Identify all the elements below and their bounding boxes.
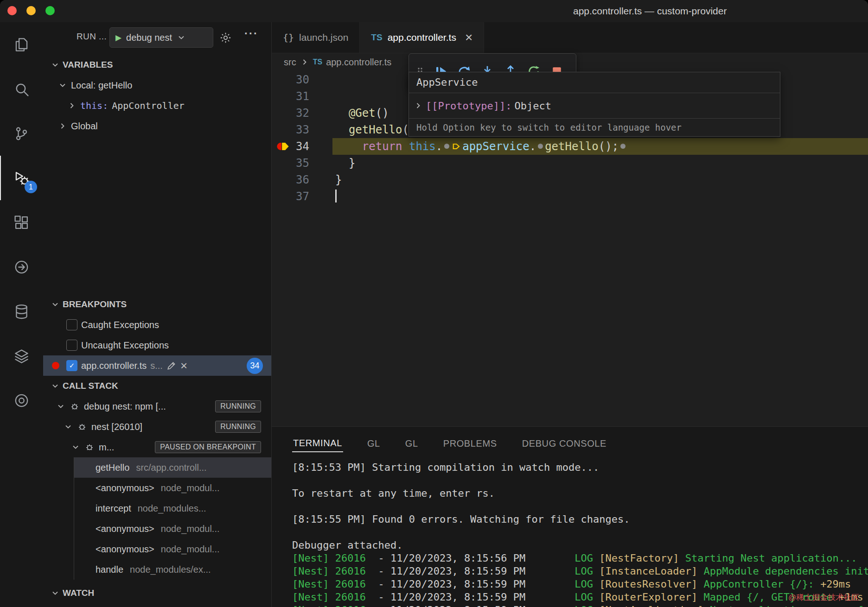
panel-tab-debug-console[interactable]: DEBUG CONSOLE [521,435,607,452]
line-number[interactable]: 36 [272,171,309,188]
terminal-line [292,526,868,539]
watch-section-header[interactable]: WATCH [43,583,271,603]
breakpoint-line-badge: 34 [247,358,263,374]
chevron-down-icon [177,33,186,42]
inline-breakpoint-dot[interactable] [538,144,543,149]
terminal-line [292,500,868,513]
more-actions-icon[interactable]: ··· [244,27,258,40]
activity-gitlens-icon[interactable] [0,378,43,423]
panel-tab-gl[interactable]: GL [404,435,419,452]
stack-frame-row[interactable]: <anonymous>node_modul... [74,478,271,498]
variable-value: AppController [112,100,185,111]
code-line-36[interactable]: 36} [272,171,868,188]
hover-prototype-row[interactable]: [[Prototype]]: Object [409,93,780,119]
chevron-right-icon [58,121,67,131]
panel-tab-terminal[interactable]: TERMINAL [292,434,343,452]
paused-breakpoint-icon[interactable] [275,139,291,154]
call-stack-section-header[interactable]: CALL STACK [43,376,271,396]
scope-global[interactable]: Global [43,116,271,136]
stack-frame-row[interactable]: interceptnode_modules... [74,498,271,518]
hover-hint: Hold Option key to switch to editor lang… [409,119,780,136]
variable-this[interactable]: this: AppController [43,95,271,116]
code-token [335,123,349,136]
debug-session-row[interactable]: debug nest: npm [...RUNNING [43,396,271,417]
scope-local[interactable]: Local: getHello [43,75,271,95]
activity-remote-icon[interactable] [0,245,43,289]
exception-checkbox[interactable] [66,319,77,330]
frame-source: node_modul... [161,524,220,534]
code-line-34[interactable]: 34 return this.appService.getHello(); [272,138,868,155]
minimize-window-button[interactable] [26,6,36,15]
terminal-line: [Nest] 26016 - 11/20/2023, 8:15:59 PM LO… [292,565,868,578]
line-number[interactable]: 33 [272,121,309,138]
inline-breakpoint-dot[interactable] [444,144,449,149]
debug-hover-tooltip: AppService [[Prototype]]: Object Hold Op… [408,72,780,137]
panel-tab-problems[interactable]: PROBLEMS [442,435,498,452]
remove-breakpoint-icon[interactable]: × [180,360,187,371]
terminal-line: [Nest] 26016 - 11/20/2023, 8:15:59 PM LO… [292,604,868,607]
activity-database-icon[interactable] [0,289,43,334]
edit-breakpoint-icon[interactable] [166,360,177,371]
close-window-button[interactable] [7,6,17,15]
code-token: } [335,173,342,186]
stack-frame-row[interactable]: getHellosrc/app.controll... [74,457,271,478]
line-number[interactable]: 32 [272,105,309,121]
debug-session-row[interactable]: nest [26010]RUNNING [43,417,271,437]
code-line-35[interactable]: 35 } [272,155,868,171]
line-number[interactable]: 37 [272,188,309,205]
activity-run-debug-icon[interactable]: 1 [0,156,43,200]
code-token: this [409,140,436,153]
activity-search-icon[interactable] [0,67,43,111]
chevron-right-icon [67,101,77,110]
variable-name: this: [80,100,108,111]
stack-frame-row[interactable]: handlenode_modules/ex... [74,559,271,580]
stack-frame-row[interactable]: <anonymous>node_modul... [74,518,271,539]
run-and-debug-sidebar: RUN ... ▶ debug nest ··· VARIABLES Local… [43,22,272,607]
activity-layers-icon[interactable] [0,334,43,378]
inline-breakpoint-dot[interactable] [620,144,625,149]
watch-section: WATCH [43,583,271,603]
debug-config-dropdown[interactable]: ▶ debug nest [109,27,213,48]
bottom-panel: TERMINALGLGLPROBLEMSDEBUG CONSOLE [8:15:… [272,426,868,607]
frame-name: <anonymous> [96,483,154,493]
panel-tab-gl[interactable]: GL [366,435,381,452]
chevron-down-icon [58,81,67,90]
debug-session-row[interactable]: m...PAUSED ON BREAKPOINT [43,437,271,457]
run-panel-title: RUN ... [77,32,107,42]
frame-source: node_modul... [161,544,220,555]
breakpoint-file-row[interactable]: ✓ app.controller.ts s... × 34 [43,355,271,376]
activity-bar: 1 [0,22,44,607]
variables-section-header[interactable]: VARIABLES [43,55,271,75]
stack-frame-row[interactable]: <anonymous>node_modul... [74,539,271,559]
scope-global-label: Global [71,121,98,132]
session-label: nest [26010] [91,422,142,432]
chevron-right-icon [414,101,423,110]
activity-source-control-icon[interactable] [0,111,43,156]
terminal-line: [Nest] 26016 - 11/20/2023, 8:15:56 PM LO… [292,552,868,565]
chevron-down-icon [51,381,60,391]
breakpoint-exception-row[interactable]: Caught Exceptions [43,315,271,335]
hover-prototype-value: Object [514,100,551,112]
code-line-37[interactable]: 37 [272,188,868,205]
start-debugging-icon[interactable]: ▶ [115,33,121,43]
code-token: ( [402,123,409,136]
frame-name: intercept [96,503,131,514]
breakpoints-section: BREAKPOINTS Caught ExceptionsUncaught Ex… [43,294,271,376]
session-status-badge: PAUSED ON BREAKPOINT [155,441,261,453]
line-number[interactable]: 31 [272,88,309,105]
breakpoint-exception-row[interactable]: Uncaught Exceptions [43,335,271,355]
call-stack-section: CALL STACK debug nest: npm [...RUNNINGne… [43,376,271,580]
activity-explorer-icon[interactable] [0,22,43,67]
code-token: appService [462,140,530,153]
editor-cursor [335,190,337,202]
terminal-output[interactable]: [8:15:53 PM] Starting compilation in wat… [292,461,868,607]
exception-checkbox[interactable] [66,340,77,351]
breakpoints-section-header[interactable]: BREAKPOINTS [43,294,271,315]
zoom-window-button[interactable] [45,6,55,15]
line-number[interactable]: 35 [272,155,309,171]
activity-extensions-icon[interactable] [0,200,43,245]
stack-frames-list: getHellosrc/app.controll...<anonymous>no… [74,457,271,580]
line-number[interactable]: 30 [272,71,309,88]
gear-icon[interactable] [219,32,232,44]
breakpoint-checkbox[interactable]: ✓ [66,360,77,371]
